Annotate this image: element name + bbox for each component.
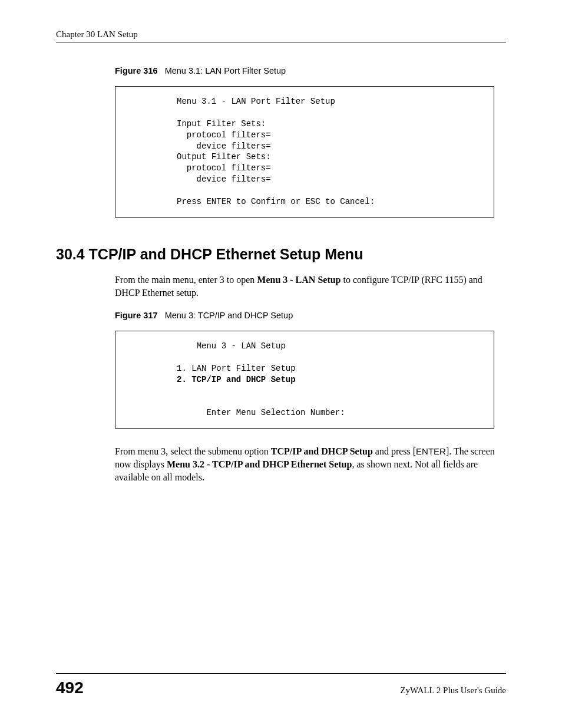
para-bold: Menu 3.2 - TCP/IP and DHCP Ethernet Setu… <box>167 459 352 469</box>
para-text: From the main menu, enter 3 to open <box>115 275 257 285</box>
terminal-prompt: Enter Menu Selection Number: <box>206 408 345 417</box>
figure-317-terminal: Menu 3 - LAN Setup 1. LAN Port Filter Se… <box>115 331 494 429</box>
page-footer: 492 ZyWALL 2 Plus User's Guide <box>56 673 506 697</box>
terminal-title: Menu 3 - LAN Setup <box>197 341 286 351</box>
figure-caption-text: Menu 3.1: LAN Port Filter Setup <box>165 66 286 75</box>
terminal-line: protocol filters= <box>177 130 271 140</box>
terminal-line: device filters= <box>177 174 271 184</box>
body-paragraph: From menu 3, select the submenu option T… <box>115 445 506 483</box>
page-number: 492 <box>56 678 84 697</box>
running-header: Chapter 30 LAN Setup <box>56 29 506 42</box>
figure-316-terminal: Menu 3.1 - LAN Port Filter Setup Input F… <box>115 86 494 218</box>
para-text: From menu 3, select the submenu option <box>115 446 271 456</box>
para-text: and press [ <box>373 446 416 456</box>
para-bold: TCP/IP and DHCP Setup <box>271 446 373 456</box>
footer-guide-name: ZyWALL 2 Plus User's Guide <box>400 686 506 696</box>
terminal-line: Input Filter Sets: <box>177 119 266 129</box>
figure-label: Figure 316 <box>115 66 158 75</box>
terminal-line: device filters= <box>177 141 271 151</box>
figure-317-caption: Figure 317 Menu 3: TCP/IP and DHCP Setup <box>115 311 506 320</box>
body-paragraph: From the main menu, enter 3 to open Menu… <box>115 274 506 299</box>
chapter-title: Chapter 30 LAN Setup <box>56 29 138 39</box>
terminal-title: Menu 3.1 - LAN Port Filter Setup <box>177 97 335 106</box>
figure-316-caption: Figure 316 Menu 3.1: LAN Port Filter Set… <box>115 66 506 75</box>
terminal-line: 1. LAN Port Filter Setup <box>177 364 296 373</box>
terminal-line: Output Filter Sets: <box>177 152 271 162</box>
section-heading: 30.4 TCP/IP and DHCP Ethernet Setup Menu <box>56 246 506 263</box>
section-heading-text: 30.4 TCP/IP and DHCP Ethernet Setup Menu <box>56 246 363 262</box>
terminal-line-bold: 2. TCP/IP and DHCP Setup <box>177 375 296 384</box>
figure-label: Figure 317 <box>115 311 158 320</box>
figure-caption-text: Menu 3: TCP/IP and DHCP Setup <box>165 311 293 320</box>
terminal-prompt: Press ENTER to Confirm or ESC to Cancel: <box>177 197 375 206</box>
key-name: ENTER <box>416 446 446 456</box>
terminal-line: protocol filters= <box>177 163 271 173</box>
para-bold: Menu 3 - LAN Setup <box>257 275 340 285</box>
